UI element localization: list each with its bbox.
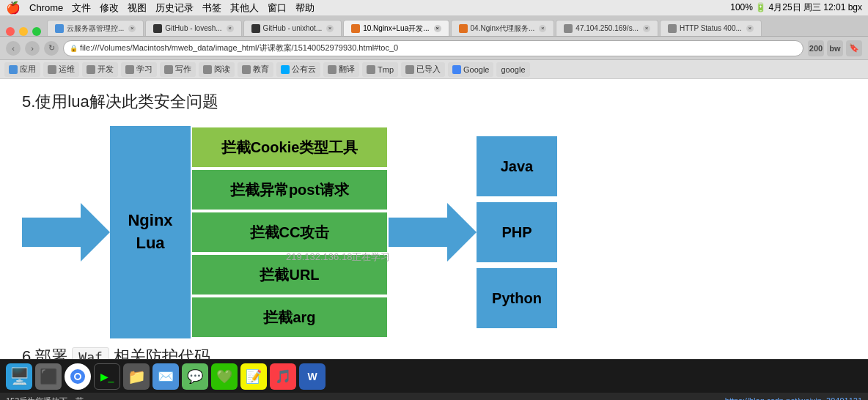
tab-close-proxy[interactable]: ×	[539, 25, 546, 32]
tab-close-nginx[interactable]: ×	[434, 25, 441, 32]
menubar-file[interactable]: 文件	[72, 1, 91, 15]
address-actions: 200 bw 🔖	[808, 40, 862, 56]
lua-label: Lua	[136, 232, 164, 255]
tab-github1[interactable]: GitHub - lovesh... ×	[145, 20, 241, 36]
green-item-4: 拦截arg	[191, 296, 389, 338]
menubar-right: 100% 🔋 4月25日 周三 12:01 bgx	[730, 1, 862, 14]
bm-google1-icon	[452, 65, 461, 74]
close-button[interactable]	[6, 27, 15, 36]
bm-dev[interactable]: 开发	[82, 62, 118, 77]
tab-bar: 云服务器管理控... × GitHub - lovesh... × GitHub…	[0, 16, 868, 37]
bm-imported-icon	[405, 65, 414, 74]
tab-nginx-active[interactable]: 10.Nginx+Lua开发... ×	[343, 20, 449, 36]
bm-google1[interactable]: Google	[448, 62, 493, 77]
tab-close-ip[interactable]: ×	[643, 25, 650, 32]
menubar: 🍎 Chrome 文件 修改 视图 历史记录 书签 其他人 窗口 帮助 100%…	[0, 0, 868, 16]
tab-http[interactable]: HTTP Status 400... ×	[660, 20, 762, 36]
maximize-button[interactable]	[32, 27, 41, 36]
taskbar-launchpad[interactable]: ⬛	[35, 363, 62, 390]
bm-apps[interactable]: 应用	[4, 62, 40, 77]
tab-favicon-ip	[564, 24, 573, 33]
nginx-label: Nginx	[128, 210, 172, 232]
bm-edu[interactable]: 教育	[238, 62, 273, 77]
bm-apps-icon	[9, 65, 18, 74]
green-item-0: 拦截Cookie类型工具	[191, 126, 389, 168]
bm-write-icon	[164, 65, 173, 74]
python-box: Python	[477, 268, 557, 328]
bm-learn[interactable]: 学习	[121, 62, 157, 77]
right-arrow	[389, 203, 477, 262]
bm-write[interactable]: 写作	[160, 62, 196, 77]
svg-point-4	[76, 374, 80, 379]
menubar-history[interactable]: 历史记录	[155, 1, 194, 15]
tab-favicon-cloud	[55, 24, 64, 33]
tab-close-cloud[interactable]: ×	[128, 25, 136, 32]
bm-google2[interactable]: google	[496, 62, 529, 77]
tab-favicon-nginx	[351, 24, 360, 33]
tab-favicon-gh2	[251, 24, 260, 33]
menubar-edit[interactable]: 修改	[100, 1, 119, 15]
minimize-button[interactable]	[19, 27, 28, 36]
menubar-window[interactable]: 窗口	[268, 1, 287, 15]
tab-ip[interactable]: 47.104.250.169/s... ×	[556, 20, 658, 36]
bm-translate-icon	[328, 65, 336, 74]
tab-favicon-proxy	[459, 24, 468, 33]
bm-edu-icon	[242, 65, 251, 74]
tab-cloud[interactable]: 云服务器管理控... ×	[47, 20, 144, 36]
menubar-people[interactable]: 其他人	[230, 1, 259, 15]
taskbar-notes[interactable]: 📝	[240, 363, 267, 390]
taskbar-word[interactable]: W	[299, 363, 326, 390]
forward-button[interactable]: ›	[25, 41, 40, 56]
back-button[interactable]: ‹	[6, 41, 21, 56]
svg-marker-0	[22, 203, 110, 262]
lock-icon: 🔒	[70, 45, 78, 52]
tab-favicon-gh1	[153, 24, 162, 33]
bw-button[interactable]: bw	[827, 40, 843, 56]
taskbar-wechat[interactable]: 💚	[211, 363, 238, 390]
refresh-button[interactable]: ↻	[44, 41, 59, 56]
menubar-chrome[interactable]: Chrome	[29, 2, 63, 13]
tab-close-gh2[interactable]: ×	[326, 25, 334, 32]
bookmark-button[interactable]: 🔖	[846, 40, 862, 56]
tab-nginx-proxy[interactable]: 04.Nginx代理服务... ×	[451, 20, 555, 36]
tab-close-http[interactable]: ×	[746, 25, 754, 32]
slide-title: 5.使用lua解决此类安全问题	[22, 91, 846, 113]
menubar-bookmarks[interactable]: 书签	[202, 1, 221, 15]
tab-github2[interactable]: GitHub - unixhot... ×	[243, 20, 342, 36]
green-item-2: 拦截CC攻击	[191, 211, 389, 253]
address-bar[interactable]: 🔒 file:///Volumes/Macintosh/mweb_data/im…	[63, 40, 803, 56]
bm-translate[interactable]: 翻译	[323, 62, 359, 77]
apple-menu[interactable]: 🍎	[6, 1, 21, 15]
taskbar-music[interactable]: 🎵	[270, 363, 296, 390]
menubar-help[interactable]: 帮助	[295, 1, 315, 15]
svg-marker-1	[389, 203, 477, 262]
section6-suffix: 相关防护代码	[114, 346, 210, 359]
taskbar-terminal[interactable]: ▶_	[94, 363, 120, 390]
diagram: Nginx Lua 拦截Cookie类型工具 拦截异常post请求 拦截CC攻击…	[22, 126, 846, 338]
green-items: 拦截Cookie类型工具 拦截异常post请求 拦截CC攻击 拦截URL 拦截a…	[191, 126, 389, 338]
green-item-1: 拦截异常post请求	[191, 168, 389, 211]
taskbar-chrome[interactable]	[65, 363, 91, 390]
waf-code: Waf	[72, 347, 109, 360]
left-arrow	[22, 203, 110, 262]
bm-dev-icon	[87, 65, 95, 74]
bm-read[interactable]: 阅读	[199, 62, 235, 77]
tab-close-gh1[interactable]: ×	[227, 25, 234, 32]
green-item-3: 拦截URL	[191, 253, 389, 296]
php-box: PHP	[477, 202, 557, 262]
bm-learn-icon	[125, 65, 134, 74]
bm-ops[interactable]: 运维	[43, 62, 79, 77]
taskbar-messages[interactable]: 💬	[182, 363, 208, 390]
taskbar-mail[interactable]: ✉️	[152, 363, 179, 390]
taskbar-finder[interactable]: 🖥️	[6, 363, 32, 390]
zoom-button[interactable]: 200	[808, 40, 824, 56]
bm-imported[interactable]: 已导入	[401, 62, 445, 77]
bm-tmp[interactable]: Tmp	[362, 62, 398, 77]
browser-chrome: 云服务器管理控... × GitHub - lovesh... × GitHub…	[0, 16, 868, 79]
server-boxes: Java PHP Python	[477, 136, 557, 328]
section6: 6.部署 Waf 相关防护代码	[22, 346, 846, 359]
menubar-view[interactable]: 视图	[128, 1, 147, 15]
bm-cloud[interactable]: 公有云	[276, 62, 320, 77]
status-bar: 153后为您播放下一节 https://blog.csdn.net/weixin…	[0, 393, 868, 400]
taskbar-files[interactable]: 📁	[123, 363, 150, 390]
